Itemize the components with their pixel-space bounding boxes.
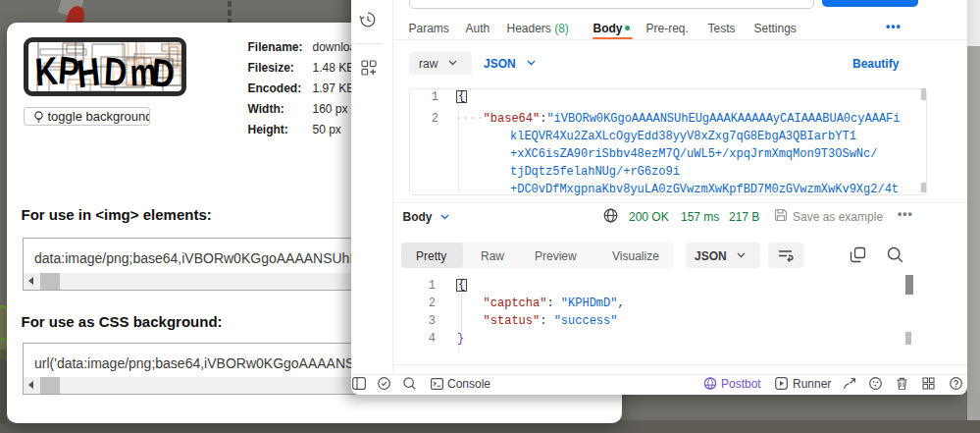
svg-text:K: K: [33, 48, 59, 91]
svg-text:D: D: [149, 49, 176, 91]
svg-text:D: D: [103, 48, 129, 91]
svg-text:H: H: [75, 48, 101, 90]
